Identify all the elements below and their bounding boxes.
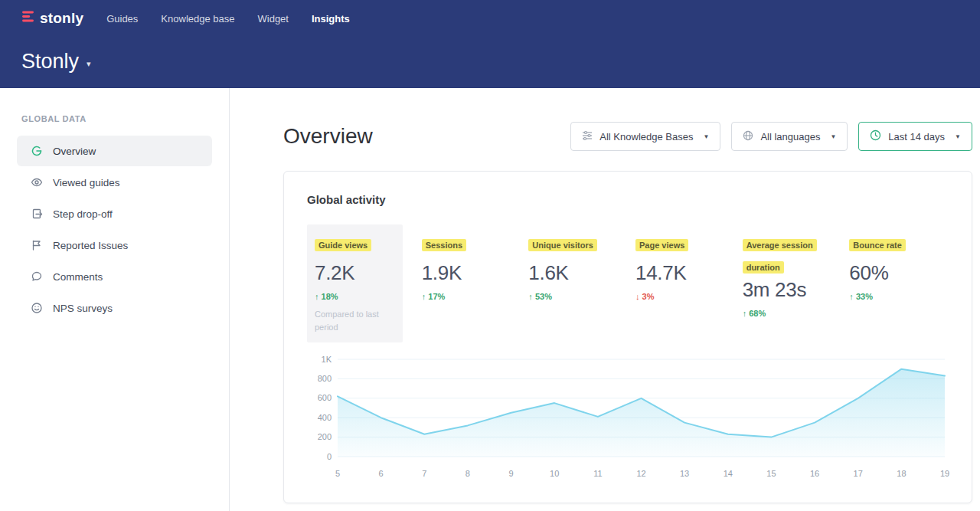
sidebar-item-viewed-guides[interactable]: Viewed guides [17, 167, 212, 198]
metric-sessions[interactable]: Sessions 1.9K ↑ 17% [414, 224, 521, 342]
metric-change: ↑ 33% [849, 292, 949, 301]
knowledge-base-filter[interactable]: All Knowledge Bases ▼ [570, 122, 720, 151]
change-arrow-icon: ↑ [315, 292, 319, 301]
change-arrow-icon: ↑ [743, 309, 747, 318]
metric-value: 1.9K [422, 261, 521, 285]
svg-text:7: 7 [422, 469, 426, 478]
step-dropoff-icon [31, 208, 43, 220]
metric-page-views[interactable]: Page views 14.7K ↓ 3% [628, 224, 735, 342]
svg-text:18: 18 [897, 469, 906, 478]
sidebar-item-comments[interactable]: Comments [17, 261, 212, 292]
change-arrow-icon: ↑ [422, 292, 426, 301]
workspace-title: Stonly [21, 50, 79, 74]
card-title: Global activity [307, 193, 949, 206]
metric-label: Average session duration [743, 239, 817, 274]
svg-text:19: 19 [940, 469, 949, 478]
sidebar-item-reported-issues[interactable]: Reported Issues [17, 230, 212, 260]
metric-change: ↑ 17% [422, 292, 521, 301]
metrics-row: Guide views 7.2K ↑ 18% Compared to last … [307, 224, 949, 342]
metric-change: ↑ 68% [743, 309, 842, 318]
metric-label: Unique visitors [528, 239, 596, 251]
activity-chart: 1K80060040020005678910111213141516171819 [307, 352, 950, 486]
svg-text:13: 13 [680, 469, 689, 478]
change-arrow-icon: ↑ [849, 292, 854, 301]
top-header: stonly Guides Knowledge base Widget Insi… [0, 0, 980, 88]
sidebar-item-overview[interactable]: Overview [17, 136, 212, 166]
overview-icon [31, 145, 43, 157]
stonly-logo-text: stonly [40, 10, 83, 27]
smiley-icon [31, 302, 43, 314]
workspace-switcher[interactable]: Stonly ▾ [21, 50, 91, 74]
comment-icon [31, 270, 43, 283]
svg-text:400: 400 [318, 413, 332, 422]
page-title: Overview [283, 124, 373, 149]
metric-bounce-rate[interactable]: Bounce rate 60% ↑ 33% [841, 224, 949, 342]
sidebar-section-title: GLOBAL DATA [21, 114, 207, 123]
sidebar-item-label: Overview [53, 146, 96, 157]
chevron-down-icon: ▾ [87, 59, 91, 69]
nav-knowledge-base[interactable]: Knowledge base [161, 13, 234, 25]
svg-text:800: 800 [318, 374, 332, 383]
change-arrow-icon: ↑ [528, 292, 533, 301]
sliders-icon [582, 130, 593, 143]
svg-text:11: 11 [593, 469, 602, 478]
metric-change: ↑ 53% [528, 292, 628, 301]
clock-icon [870, 129, 881, 143]
eye-icon [31, 176, 43, 188]
metric-value: 1.6K [528, 261, 628, 285]
metric-average-session-duration[interactable]: Average session duration 3m 23s ↑ 68% [735, 224, 842, 342]
main-content: Overview All Knowledge Bases ▼ All langu… [230, 88, 980, 511]
chevron-down-icon: ▼ [830, 133, 836, 140]
svg-text:10: 10 [550, 469, 559, 478]
metric-value: 14.7K [635, 261, 735, 285]
metric-label: Guide views [315, 239, 371, 251]
metric-value: 7.2K [315, 261, 403, 285]
nav-insights[interactable]: Insights [312, 13, 350, 25]
language-filter-value: All languages [760, 131, 820, 142]
svg-text:16: 16 [810, 469, 819, 478]
sidebar-item-label: Comments [53, 271, 103, 283]
activity-chart-container: 1K80060040020005678910111213141516171819 [307, 352, 949, 489]
metric-guide-views[interactable]: Guide views 7.2K ↑ 18% Compared to last … [307, 224, 403, 342]
chevron-down-icon: ▼ [955, 133, 961, 140]
date-range-filter-value: Last 14 days [888, 131, 945, 142]
language-filter[interactable]: All languages ▼ [731, 122, 848, 151]
top-nav: Guides Knowledge base Widget Insights [106, 13, 350, 25]
sidebar-item-label: Reported Issues [53, 240, 128, 251]
date-range-filter[interactable]: Last 14 days ▼ [858, 122, 972, 151]
metric-label: Page views [635, 239, 688, 251]
metric-value: 3m 23s [743, 278, 842, 302]
metric-change: ↑ 18% [315, 292, 403, 301]
metric-note: Compared to last period [315, 308, 395, 333]
globe-icon [743, 130, 753, 143]
stonly-logo-icon [21, 10, 34, 27]
sidebar-item-nps-surveys[interactable]: NPS surveys [17, 293, 212, 323]
knowledge-base-filter-value: All Knowledge Bases [599, 131, 693, 142]
stonly-logo[interactable]: stonly [21, 10, 83, 27]
svg-text:9: 9 [509, 469, 514, 478]
svg-text:14: 14 [724, 469, 733, 478]
flag-icon [31, 239, 43, 251]
svg-text:0: 0 [327, 452, 332, 461]
nav-guides[interactable]: Guides [106, 13, 138, 25]
sidebar: GLOBAL DATA Overview Viewed guides Step … [0, 88, 230, 511]
sidebar-item-step-drop-off[interactable]: Step drop-off [17, 198, 212, 229]
sidebar-item-label: Step drop-off [53, 208, 113, 220]
svg-text:6: 6 [379, 469, 384, 478]
svg-text:17: 17 [854, 469, 863, 478]
sidebar-item-label: NPS surveys [53, 303, 113, 314]
change-arrow-icon: ↓ [635, 292, 640, 301]
metric-unique-visitors[interactable]: Unique visitors 1.6K ↑ 53% [521, 224, 628, 342]
nav-widget[interactable]: Widget [258, 13, 289, 25]
metric-label: Bounce rate [849, 239, 906, 251]
filters-bar: All Knowledge Bases ▼ All languages ▼ La… [570, 122, 972, 151]
sidebar-item-label: Viewed guides [53, 177, 120, 188]
metric-change: ↓ 3% [635, 292, 735, 301]
svg-text:1K: 1K [322, 355, 332, 364]
metric-label: Sessions [422, 239, 466, 251]
svg-text:15: 15 [766, 469, 776, 478]
svg-text:12: 12 [636, 469, 645, 478]
svg-text:8: 8 [466, 469, 470, 478]
metric-value: 60% [849, 261, 949, 285]
svg-text:200: 200 [318, 432, 332, 441]
